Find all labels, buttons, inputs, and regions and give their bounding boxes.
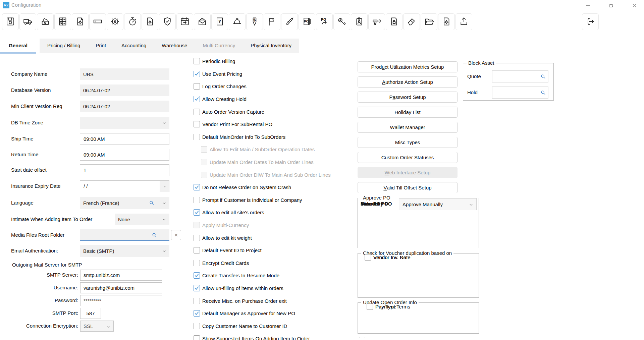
language-dropdown[interactable]: French (France) — [80, 197, 169, 209]
setup-button[interactable]: Misc Types — [358, 137, 458, 148]
checkbox-row[interactable]: Default Manager as Approver for New PO — [194, 307, 355, 320]
checkbox[interactable] — [194, 109, 200, 115]
toolbar-button[interactable] — [403, 13, 420, 30]
toolbar-button[interactable] — [176, 13, 193, 30]
checkbox[interactable] — [194, 71, 200, 77]
checkbox-row[interactable]: Vendor Print For SubRental PO — [194, 118, 355, 131]
toolbar-button[interactable] — [159, 13, 176, 30]
toolbar-button[interactable]: $ — [107, 13, 123, 30]
toolbar-button[interactable] — [72, 13, 89, 30]
checkbox-row[interactable]: Allow un-filling of items within orders — [194, 282, 355, 295]
email-auth-dropdown[interactable]: Basic (SMTP) — [80, 245, 169, 257]
toolbar-button[interactable] — [264, 13, 280, 30]
setup-button[interactable]: Custom Order Statuses — [358, 152, 458, 163]
tab[interactable]: Physical Inventory — [243, 39, 299, 53]
toolbar-button[interactable] — [368, 13, 385, 30]
checkbox[interactable] — [367, 303, 373, 310]
toolbar-button[interactable] — [37, 13, 54, 30]
start-date-offset-input[interactable]: 1 — [80, 164, 169, 176]
checkbox-row[interactable]: Prompt if Customer is Individual or Comp… — [194, 194, 355, 207]
checkbox-row[interactable]: Default MainOrder Info To SubOrders — [194, 131, 355, 144]
toolbar-button[interactable]: ? — [211, 13, 228, 30]
checkbox[interactable] — [359, 337, 365, 340]
checkbox[interactable] — [194, 235, 200, 241]
toolbar-button[interactable] — [333, 13, 350, 30]
tab[interactable]: Warehouse — [154, 39, 195, 53]
checkbox[interactable] — [194, 184, 200, 190]
checkbox-row[interactable]: Do not Release Order on System Crash — [194, 181, 355, 194]
tab[interactable]: Print — [88, 39, 114, 53]
checkbox-row[interactable]: Periodic Billing — [194, 55, 355, 68]
toolbar-button[interactable] — [229, 13, 246, 30]
checkbox[interactable] — [365, 254, 371, 261]
toolbar-button[interactable]: $ — [246, 13, 263, 30]
return-time-input[interactable]: 09:00 AM — [80, 149, 169, 161]
tab[interactable]: General — [0, 39, 36, 53]
setup-button[interactable]: Password Setup — [358, 92, 458, 103]
checkbox[interactable] — [194, 96, 200, 102]
checkbox-row[interactable]: Receive Misc. on Purchase Order exit — [194, 294, 355, 307]
toolbar-button[interactable]: PO — [299, 13, 315, 30]
checkbox[interactable] — [194, 209, 200, 216]
tab[interactable]: Pricing / Billing — [40, 39, 88, 53]
toolbar-button[interactable] — [281, 13, 298, 30]
checkbox-row[interactable]: Encrypt Credit Cards — [194, 257, 355, 270]
smtp-server-input[interactable]: smtp.unibiz.com — [80, 270, 162, 281]
checkbox-row[interactable]: Auto Order Version Capture — [194, 105, 355, 118]
checkbox[interactable] — [194, 58, 200, 64]
checkbox[interactable] — [194, 298, 200, 304]
checkbox-row[interactable]: Log Order Changes — [194, 80, 355, 93]
checkbox[interactable] — [194, 197, 200, 203]
toolbar-button[interactable] — [142, 13, 158, 30]
toolbar-button[interactable] — [19, 13, 36, 30]
checkbox-row[interactable]: Allow Creating Hold — [194, 93, 355, 106]
toolbar-button[interactable] — [386, 13, 402, 30]
clear-media-root-button[interactable]: ✕ — [171, 230, 181, 240]
toolbar-button[interactable] — [89, 13, 106, 30]
checkbox-row[interactable]: Payment Terms — [367, 303, 410, 310]
checkbox-row[interactable]: Create Transfers In Resume Mode — [194, 269, 355, 282]
checkbox-row[interactable]: Use Event Pricing — [194, 68, 355, 80]
checkbox[interactable] — [194, 272, 200, 279]
restore-icon[interactable] — [606, 1, 616, 9]
checkbox-row[interactable]: Allow to edit kit weight — [194, 231, 355, 244]
approve-po-dropdown[interactable]: Approve Manually — [399, 198, 477, 210]
setup-button[interactable]: Authorize Action Setup — [358, 76, 458, 88]
smtp-port-input[interactable]: 587 — [80, 308, 101, 319]
block-asset-hold-field[interactable] — [492, 87, 548, 99]
toolbar-button[interactable] — [54, 13, 71, 30]
checkbox[interactable] — [194, 310, 200, 317]
checkbox[interactable] — [194, 121, 200, 127]
checkbox[interactable] — [194, 134, 200, 140]
tab[interactable]: Accounting — [114, 39, 154, 53]
checkbox[interactable] — [194, 247, 200, 253]
toolbar-button[interactable] — [421, 13, 437, 30]
checkbox[interactable] — [194, 335, 200, 340]
intimate-add-item-dropdown[interactable]: None — [115, 214, 169, 225]
toolbar-button[interactable] — [2, 13, 19, 30]
ship-time-input[interactable]: 09:00 AM — [80, 133, 169, 145]
setup-button[interactable]: Holiday List — [358, 107, 458, 118]
toolbar-button[interactable] — [455, 13, 472, 30]
toolbar-button[interactable]: PO — [316, 13, 333, 30]
toolbar-button[interactable] — [124, 13, 141, 30]
checkbox[interactable] — [194, 260, 200, 266]
block-asset-quote-field[interactable] — [492, 70, 548, 82]
media-root-field[interactable] — [80, 229, 169, 241]
minimize-icon[interactable] — [583, 1, 593, 9]
checkbox[interactable] — [194, 83, 200, 90]
smtp-password-input[interactable]: ********* — [80, 295, 162, 306]
toolbar-button[interactable] — [351, 13, 368, 30]
exit-button[interactable] — [582, 13, 599, 30]
toolbar-button[interactable] — [438, 13, 455, 30]
smtp-encryption-dropdown[interactable]: SSL — [80, 321, 114, 332]
checkbox-row[interactable]: Allow to edit all site's orders — [194, 206, 355, 219]
db-time-zone-dropdown[interactable] — [80, 117, 169, 129]
close-icon[interactable] — [629, 1, 639, 9]
toolbar-button[interactable] — [194, 13, 211, 30]
checkbox[interactable] — [194, 323, 200, 329]
smtp-username-input[interactable]: varunishg@unibiz.com — [80, 282, 162, 293]
setup-button[interactable]: Valid Till Offset Setup — [358, 182, 458, 193]
checkbox-row[interactable]: Default Event ID to Project — [194, 244, 355, 257]
checkbox-row[interactable]: Copy Customer Name to Customer ID — [194, 320, 355, 332]
